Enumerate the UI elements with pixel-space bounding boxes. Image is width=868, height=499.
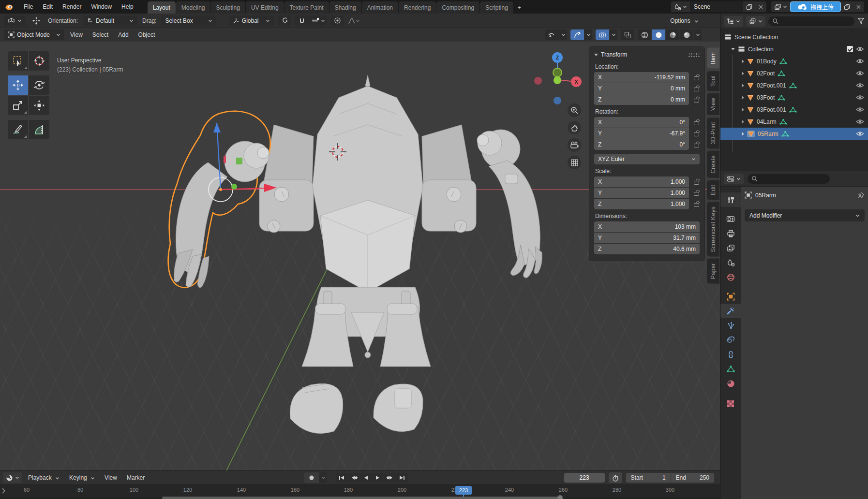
shading-chevron[interactable] (694, 29, 702, 40)
pan-button[interactable] (568, 121, 581, 134)
properties-editor-type-dropdown[interactable] (724, 174, 744, 184)
lock-icon[interactable] (694, 131, 699, 136)
location-z-field[interactable]: Z0 mm (594, 94, 689, 105)
menu-object[interactable]: Object (135, 30, 159, 40)
eye-icon[interactable] (856, 95, 864, 100)
disclosure-closed-icon[interactable] (742, 96, 744, 100)
play-button[interactable] (372, 473, 384, 483)
properties-tab-modifiers[interactable] (720, 304, 741, 318)
auto-keying-toggle[interactable] (304, 472, 319, 483)
sidebar-tab-edit[interactable]: Edit (707, 180, 719, 200)
outliner-row-object[interactable]: 04Larm (720, 116, 868, 128)
orientation-dropdown[interactable]: Default (83, 15, 137, 26)
timeline-menu-keying[interactable]: Keying (65, 473, 99, 483)
browse-scene-button[interactable] (671, 1, 690, 12)
proportional-edit-toggle[interactable] (330, 15, 344, 26)
rotation-x-field[interactable]: X0° (594, 117, 689, 128)
timeline-menu-view[interactable]: View (101, 473, 121, 483)
lock-icon[interactable] (694, 86, 699, 91)
jump-next-keyframe-button[interactable] (384, 473, 396, 483)
panel-grip-icon[interactable] (688, 53, 700, 57)
add-modifier-button[interactable]: Add Modifier (745, 209, 865, 221)
menu-render[interactable]: Render (58, 2, 86, 12)
shading-wireframe-button[interactable] (638, 29, 651, 40)
jump-prev-keyframe-button[interactable] (348, 473, 359, 483)
outliner-row-object[interactable]: 02Foot.001 (720, 79, 868, 91)
sidebar-tab-view[interactable]: View (707, 93, 719, 115)
outliner-display-mode-dropdown[interactable] (724, 16, 743, 27)
scale-y-field[interactable]: Y1.000 (594, 188, 689, 198)
mode-dropdown[interactable]: Object Mode (4, 29, 64, 40)
sidebar-tab-tool[interactable]: Tool (707, 71, 719, 91)
navigation-gizmo[interactable]: Z X (532, 46, 590, 104)
timeline-ruler[interactable]: 60 80 100 120 140 160 180 200 220 240 26… (0, 484, 720, 497)
gizmo-x-axis[interactable]: X (571, 76, 582, 87)
editor-type-dropdown[interactable] (4, 15, 26, 26)
outliner-row-object[interactable]: 03Foot.001 (720, 103, 868, 116)
annotate-tool[interactable] (8, 120, 28, 139)
tab-scripting[interactable]: Scripting (480, 1, 513, 14)
eye-icon[interactable] (856, 46, 864, 52)
play-reverse-button[interactable] (360, 473, 372, 483)
model-arm-selected[interactable] (168, 111, 270, 288)
disclosure-closed-icon[interactable] (742, 108, 744, 112)
rotation-z-field[interactable]: Z0° (594, 139, 689, 150)
properties-tab-output[interactable] (720, 226, 741, 241)
jump-to-end-button[interactable] (396, 473, 408, 483)
timeline-menu-marker[interactable]: Marker (123, 473, 149, 483)
scale-tool[interactable] (8, 96, 28, 115)
tab-rendering[interactable]: Rendering (399, 1, 436, 14)
transform-pivot-dropdown[interactable]: Global (229, 15, 274, 26)
transform-tool[interactable] (29, 96, 49, 115)
current-frame-field[interactable]: 223 (564, 473, 605, 483)
outliner-row-scene-collection[interactable]: Scene Collection (720, 31, 868, 43)
outliner-row-object[interactable]: 03Foot (720, 91, 868, 103)
camera-view-button[interactable] (568, 138, 581, 152)
blender-logo-icon[interactable] (4, 2, 14, 12)
scale-z-field[interactable]: Z1.000 (594, 199, 689, 209)
tab-modeling[interactable]: Modeling (176, 1, 210, 14)
dimensions-x-field[interactable]: X103 mm (594, 221, 700, 232)
lock-icon[interactable] (694, 142, 699, 147)
sidebar-tab-item[interactable]: Item (707, 48, 719, 69)
gizmo-z-axis[interactable]: Z (552, 52, 563, 63)
timeline-editor-type-dropdown[interactable] (3, 472, 22, 483)
properties-search-input[interactable] (748, 174, 830, 184)
rotation-mode-dropdown[interactable]: XYZ Euler (594, 154, 700, 164)
gizmo-chevron[interactable] (584, 29, 592, 40)
selectability-visibility-dropdown[interactable] (545, 29, 559, 40)
snap-increment-dropdown[interactable] (309, 15, 327, 26)
eye-icon[interactable] (856, 119, 864, 124)
dimensions-y-field[interactable]: Y31.7 mm (594, 233, 700, 243)
sidebar-tab-3d-print[interactable]: 3D-Print (707, 117, 719, 148)
properties-tab-particles[interactable] (720, 318, 741, 333)
show-gizmo-toggle[interactable] (570, 29, 584, 40)
expand-channel-icon[interactable] (1, 487, 6, 494)
model-body[interactable] (259, 75, 476, 358)
outliner-row-object-selected[interactable]: 05Rarm (720, 128, 868, 140)
gizmo-y-neg-axis[interactable] (554, 76, 561, 84)
new-scene-button[interactable] (743, 1, 755, 12)
lock-icon[interactable] (694, 74, 699, 80)
disclosure-closed-icon[interactable] (742, 84, 744, 88)
gizmo-x-neg-axis[interactable] (534, 77, 542, 85)
properties-tab-view-layer[interactable] (720, 241, 741, 255)
scale-x-field[interactable]: X1.000 (594, 176, 689, 187)
timeline-scrollbar-thumb[interactable] (162, 497, 562, 499)
pin-icon[interactable] (857, 191, 865, 199)
xray-toggle[interactable] (621, 29, 634, 40)
model-arm-right[interactable] (477, 130, 542, 278)
lock-icon[interactable] (694, 97, 699, 103)
eye-icon[interactable] (856, 83, 864, 88)
outliner-search-input[interactable] (768, 16, 854, 26)
add-workspace-button[interactable]: + (514, 1, 525, 14)
eye-icon[interactable] (856, 107, 864, 112)
properties-tab-physics[interactable] (720, 333, 741, 347)
menu-file[interactable]: File (19, 2, 37, 12)
tab-uv-editing[interactable]: UV Editing (246, 1, 284, 14)
timeline-menu-playback[interactable]: Playback (24, 473, 63, 483)
cursor-tool[interactable] (29, 51, 49, 71)
outliner-view-layer-dropdown[interactable] (746, 16, 765, 27)
drag-upload-overlay-button[interactable]: 拖拽上传 (790, 1, 841, 12)
toggle-ortho-button[interactable] (568, 156, 581, 169)
